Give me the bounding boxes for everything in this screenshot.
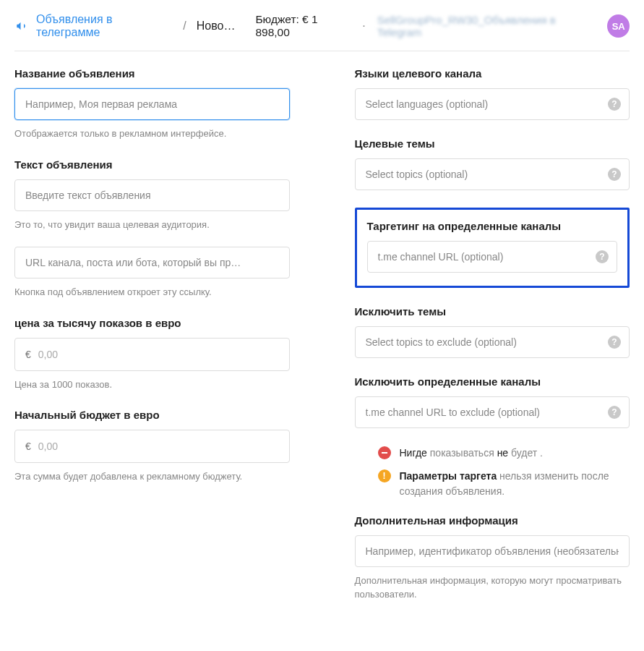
help-icon[interactable]: ?: [608, 406, 621, 419]
notices: Нигде показываться не будет . ! Параметр…: [355, 446, 630, 498]
topics-input[interactable]: [355, 158, 630, 190]
cpm-helper: Цена за 1000 показов.: [14, 378, 290, 392]
left-column: Название объявления Отображается только …: [14, 67, 290, 619]
breadcrumb-current: Ново…: [197, 20, 236, 33]
languages-input[interactable]: [355, 88, 630, 120]
ad-url-helper: Кнопка под объявлением откроет эту ссылк…: [14, 286, 290, 299]
extra-info-input[interactable]: [355, 535, 630, 567]
separator-dot: ·: [362, 20, 365, 33]
exclude-channels-field: Исключить определенные каналы ?: [355, 375, 630, 428]
exclude-topics-label: Исключить темы: [355, 305, 630, 318]
topics-label: Целевые темы: [355, 137, 630, 150]
notice-params-text: Параметры таргета нельзя изменить после …: [400, 469, 630, 498]
help-icon[interactable]: ?: [608, 98, 621, 111]
exclude-channels-input[interactable]: [355, 396, 630, 428]
ad-text-label: Текст объявления: [14, 158, 290, 171]
exclude-channels-label: Исключить определенные каналы: [355, 375, 630, 388]
extra-info-label: Дополнительная информация: [355, 514, 630, 527]
ad-text-field: Текст объявления Это то, что увидит ваша…: [14, 158, 290, 232]
alert-circle-icon: !: [378, 469, 391, 482]
ad-url-field: Кнопка под объявлением откроет эту ссылк…: [14, 247, 290, 299]
budget-field: Начальный бюджет в евро € Эта сумма буде…: [14, 409, 290, 484]
target-channels-field: Таргетинг на определенные каналы ?: [367, 220, 618, 273]
notice-params: ! Параметры таргета нельзя изменить посл…: [378, 469, 630, 498]
notice-nowhere-text: Нигде показываться не будет .: [400, 446, 543, 460]
right-column: Языки целевого канала ? Целевые темы ? Т…: [355, 67, 630, 619]
ad-name-field: Название объявления Отображается только …: [14, 67, 290, 141]
minus-circle-icon: [378, 446, 391, 459]
budget-label: Бюджет: € 1 898,00: [255, 13, 351, 39]
svg-rect-0: [382, 452, 387, 454]
breadcrumb-separator: /: [183, 20, 186, 33]
cpm-field: цена за тысячу показов в евро € Цена за …: [14, 317, 290, 392]
account-name-blurred: SellGroupPro_RW30_Объявления в Telegram: [377, 14, 593, 38]
ad-text-helper: Это то, что увидит ваша целевая аудитори…: [14, 218, 290, 232]
ad-url-input[interactable]: [14, 247, 290, 278]
topics-field: Целевые темы ?: [355, 137, 630, 190]
cpm-label: цена за тысячу показов в евро: [14, 317, 290, 329]
header: Объявления в телеграмме / Ново… Бюджет: …: [14, 13, 630, 51]
ad-name-helper: Отображается только в рекламном интерфей…: [14, 127, 290, 141]
cpm-input[interactable]: [38, 349, 279, 360]
notice-nowhere: Нигде показываться не будет .: [378, 446, 630, 460]
currency-symbol: €: [25, 441, 31, 452]
exclude-topics-field: Исключить темы ?: [355, 305, 630, 358]
help-icon[interactable]: ?: [608, 168, 621, 181]
budget-helper: Эта сумма будет добавлена к рекламному б…: [14, 470, 290, 484]
budget-input[interactable]: [38, 441, 279, 452]
budget-field-label: Начальный бюджет в евро: [14, 409, 290, 421]
cpm-input-row[interactable]: €: [14, 338, 290, 371]
megaphone-icon: [14, 20, 29, 33]
currency-symbol: €: [25, 349, 31, 360]
avatar[interactable]: SA: [607, 14, 630, 38]
help-icon[interactable]: ?: [608, 336, 621, 349]
ad-text-input[interactable]: [14, 179, 290, 211]
extra-info-field: Дополнительная информация Дополнительная…: [355, 514, 630, 602]
target-channels-input[interactable]: [367, 241, 618, 273]
ad-name-input[interactable]: [14, 88, 290, 120]
ad-name-label: Название объявления: [14, 67, 290, 80]
extra-info-helper: Дополнительная информация, которую могут…: [355, 574, 630, 602]
target-channels-highlight: Таргетинг на определенные каналы ?: [355, 208, 630, 288]
help-icon[interactable]: ?: [596, 250, 609, 263]
exclude-topics-input[interactable]: [355, 326, 630, 358]
target-channels-label: Таргетинг на определенные каналы: [367, 220, 618, 232]
budget-input-row[interactable]: €: [14, 430, 290, 463]
breadcrumb-link[interactable]: Объявления в телеграмме: [36, 13, 173, 39]
languages-field: Языки целевого канала ?: [355, 67, 630, 120]
languages-label: Языки целевого канала: [355, 67, 630, 80]
